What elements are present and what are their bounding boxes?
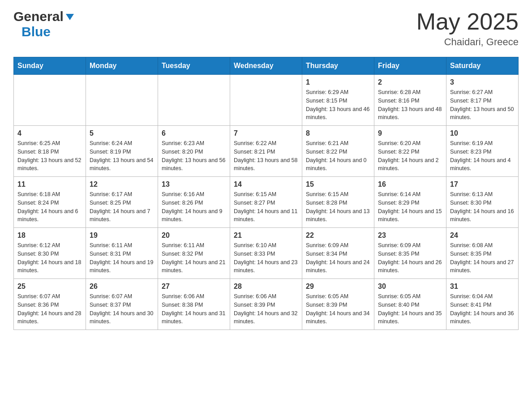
col-tuesday: Tuesday [158,57,230,75]
day-number: 22 [306,231,370,240]
table-row: 11Sunrise: 6:18 AMSunset: 8:24 PMDayligh… [14,177,86,228]
col-sunday: Sunday [14,57,86,75]
day-number: 29 [306,283,370,291]
table-row: 9Sunrise: 6:20 AMSunset: 8:22 PMDaylight… [374,126,446,177]
day-number: 2 [378,78,442,86]
day-number: 8 [306,129,370,137]
table-row: 25Sunrise: 6:07 AMSunset: 8:36 PMDayligh… [14,279,86,330]
page-header: General Blue May 2025 Chaidari, Greece [13,9,519,48]
calendar-table: Sunday Monday Tuesday Wednesday Thursday… [13,57,519,330]
day-number: 20 [162,231,226,240]
table-row: 10Sunrise: 6:19 AMSunset: 8:23 PMDayligh… [446,126,519,177]
day-number: 17 [450,180,515,188]
day-number: 26 [90,283,154,291]
table-row: 24Sunrise: 6:08 AMSunset: 8:35 PMDayligh… [446,228,519,279]
day-number: 7 [234,129,298,137]
table-row: 5Sunrise: 6:24 AMSunset: 8:19 PMDaylight… [86,126,158,177]
day-number: 16 [378,180,442,188]
table-row: 31Sunrise: 6:04 AMSunset: 8:41 PMDayligh… [446,279,519,330]
table-row: 20Sunrise: 6:11 AMSunset: 8:32 PMDayligh… [158,228,230,279]
day-info: Sunrise: 6:20 AMSunset: 8:22 PMDaylight:… [378,139,442,173]
day-number: 27 [162,283,226,291]
table-row: 6Sunrise: 6:23 AMSunset: 8:20 PMDaylight… [158,126,230,177]
day-info: Sunrise: 6:14 AMSunset: 8:29 PMDaylight:… [378,190,442,224]
col-monday: Monday [86,57,158,75]
calendar-week-row: 1Sunrise: 6:29 AMSunset: 8:15 PMDaylight… [14,75,519,126]
table-row: 27Sunrise: 6:06 AMSunset: 8:38 PMDayligh… [158,279,230,330]
day-info: Sunrise: 6:24 AMSunset: 8:19 PMDaylight:… [90,139,154,173]
table-row: 29Sunrise: 6:05 AMSunset: 8:39 PMDayligh… [302,279,374,330]
calendar-week-row: 11Sunrise: 6:18 AMSunset: 8:24 PMDayligh… [14,177,519,228]
day-number: 21 [234,231,298,240]
table-row [14,75,86,126]
day-number: 13 [162,180,226,188]
day-info: Sunrise: 6:28 AMSunset: 8:16 PMDaylight:… [378,88,442,122]
day-info: Sunrise: 6:29 AMSunset: 8:15 PMDaylight:… [306,88,370,122]
day-info: Sunrise: 6:15 AMSunset: 8:28 PMDaylight:… [306,190,370,224]
svg-marker-0 [66,14,74,20]
table-row [230,75,302,126]
day-number: 24 [450,231,515,240]
day-number: 9 [378,129,442,137]
day-number: 1 [306,78,370,86]
day-info: Sunrise: 6:06 AMSunset: 8:39 PMDaylight:… [234,292,298,326]
day-info: Sunrise: 6:09 AMSunset: 8:35 PMDaylight:… [378,241,442,275]
calendar-week-row: 25Sunrise: 6:07 AMSunset: 8:36 PMDayligh… [14,279,519,330]
table-row [158,75,230,126]
day-info: Sunrise: 6:06 AMSunset: 8:38 PMDaylight:… [162,292,226,326]
day-number: 19 [90,231,154,240]
day-number: 23 [378,231,442,240]
table-row: 7Sunrise: 6:22 AMSunset: 8:21 PMDaylight… [230,126,302,177]
logo-blue-text: Blue [21,24,51,39]
day-number: 10 [450,129,515,137]
month-title: May 2025 [416,9,519,34]
day-info: Sunrise: 6:07 AMSunset: 8:36 PMDaylight:… [17,292,82,326]
table-row: 2Sunrise: 6:28 AMSunset: 8:16 PMDaylight… [374,75,446,126]
table-row: 13Sunrise: 6:16 AMSunset: 8:26 PMDayligh… [158,177,230,228]
table-row: 16Sunrise: 6:14 AMSunset: 8:29 PMDayligh… [374,177,446,228]
day-info: Sunrise: 6:12 AMSunset: 8:30 PMDaylight:… [17,241,82,275]
day-info: Sunrise: 6:05 AMSunset: 8:39 PMDaylight:… [306,292,370,326]
calendar-header-row: Sunday Monday Tuesday Wednesday Thursday… [14,57,519,75]
table-row [86,75,158,126]
table-row: 30Sunrise: 6:05 AMSunset: 8:40 PMDayligh… [374,279,446,330]
table-row: 26Sunrise: 6:07 AMSunset: 8:37 PMDayligh… [86,279,158,330]
title-section: May 2025 Chaidari, Greece [416,9,519,48]
day-info: Sunrise: 6:09 AMSunset: 8:34 PMDaylight:… [306,241,370,275]
calendar-week-row: 18Sunrise: 6:12 AMSunset: 8:30 PMDayligh… [14,228,519,279]
day-info: Sunrise: 6:10 AMSunset: 8:33 PMDaylight:… [234,241,298,275]
day-number: 31 [450,283,515,291]
day-info: Sunrise: 6:13 AMSunset: 8:30 PMDaylight:… [450,190,515,224]
table-row: 21Sunrise: 6:10 AMSunset: 8:33 PMDayligh… [230,228,302,279]
logo-triangle-icon [65,12,75,22]
table-row: 12Sunrise: 6:17 AMSunset: 8:25 PMDayligh… [86,177,158,228]
table-row: 14Sunrise: 6:15 AMSunset: 8:27 PMDayligh… [230,177,302,228]
day-number: 18 [17,231,82,240]
logo-general-text: General [13,9,64,24]
day-info: Sunrise: 6:15 AMSunset: 8:27 PMDaylight:… [234,190,298,224]
col-wednesday: Wednesday [230,57,302,75]
day-info: Sunrise: 6:08 AMSunset: 8:35 PMDaylight:… [450,241,515,275]
table-row: 8Sunrise: 6:21 AMSunset: 8:22 PMDaylight… [302,126,374,177]
table-row: 15Sunrise: 6:15 AMSunset: 8:28 PMDayligh… [302,177,374,228]
day-info: Sunrise: 6:18 AMSunset: 8:24 PMDaylight:… [17,190,82,224]
day-number: 4 [17,129,82,137]
day-info: Sunrise: 6:04 AMSunset: 8:41 PMDaylight:… [450,292,515,326]
day-info: Sunrise: 6:17 AMSunset: 8:25 PMDaylight:… [90,190,154,224]
col-friday: Friday [374,57,446,75]
day-number: 14 [234,180,298,188]
day-info: Sunrise: 6:27 AMSunset: 8:17 PMDaylight:… [450,88,515,122]
table-row: 3Sunrise: 6:27 AMSunset: 8:17 PMDaylight… [446,75,519,126]
day-info: Sunrise: 6:11 AMSunset: 8:32 PMDaylight:… [162,241,226,275]
table-row: 18Sunrise: 6:12 AMSunset: 8:30 PMDayligh… [14,228,86,279]
day-number: 12 [90,180,154,188]
day-number: 3 [450,78,515,86]
day-number: 25 [17,283,82,291]
day-info: Sunrise: 6:07 AMSunset: 8:37 PMDaylight:… [90,292,154,326]
day-info: Sunrise: 6:21 AMSunset: 8:22 PMDaylight:… [306,139,370,173]
table-row: 19Sunrise: 6:11 AMSunset: 8:31 PMDayligh… [86,228,158,279]
table-row: 23Sunrise: 6:09 AMSunset: 8:35 PMDayligh… [374,228,446,279]
col-saturday: Saturday [446,57,519,75]
col-thursday: Thursday [302,57,374,75]
table-row: 17Sunrise: 6:13 AMSunset: 8:30 PMDayligh… [446,177,519,228]
